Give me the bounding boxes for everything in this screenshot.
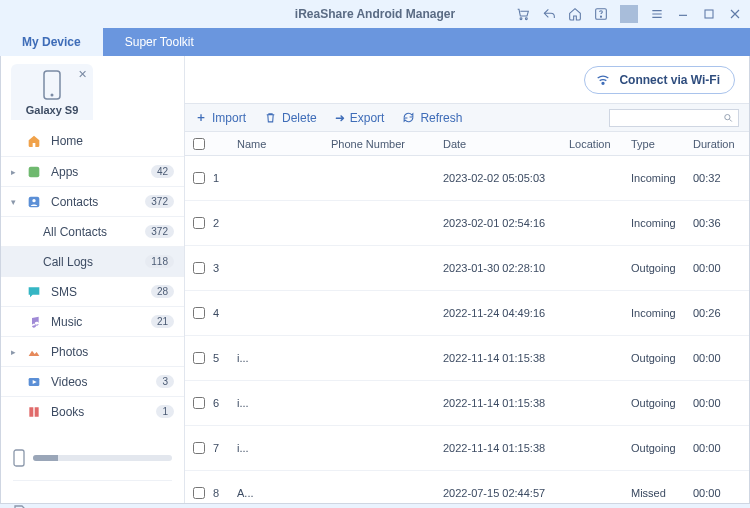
sidebar-item-music[interactable]: Music 21	[1, 306, 184, 336]
sidebar-item-label: Call Logs	[31, 255, 137, 269]
button-label: Delete	[282, 111, 317, 125]
minimize-icon[interactable]	[674, 5, 692, 23]
table-row[interactable]: 5i...2022-11-14 01:15:38Outgoing00:00	[185, 336, 749, 381]
row-checkbox[interactable]	[193, 172, 205, 184]
row-checkbox[interactable]	[193, 217, 205, 229]
search-box[interactable]	[609, 109, 739, 127]
close-icon[interactable]	[726, 5, 744, 23]
cell-type: Incoming	[631, 172, 693, 184]
button-label: Import	[212, 111, 246, 125]
table-body: 12023-02-02 05:05:03Incoming00:3222023-0…	[185, 156, 749, 503]
progress-fill	[33, 455, 58, 461]
books-icon	[25, 403, 43, 421]
col-duration[interactable]: Duration	[693, 138, 743, 150]
svg-rect-4	[705, 10, 713, 18]
sidebar-item-books[interactable]: Books 1	[1, 396, 184, 426]
help-icon[interactable]	[592, 5, 610, 23]
sidebar-item-videos[interactable]: Videos 3	[1, 366, 184, 396]
music-icon	[25, 313, 43, 331]
cell-type: Outgoing	[631, 397, 693, 409]
row-checkbox[interactable]	[193, 487, 205, 499]
row-index: 8	[213, 487, 231, 499]
device-chip[interactable]: ✕ Galaxy S9	[11, 64, 93, 120]
col-date[interactable]: Date	[443, 138, 569, 150]
svg-point-12	[602, 82, 604, 84]
tab-label: My Device	[22, 35, 81, 49]
tab-super-toolkit[interactable]: Super Toolkit	[103, 28, 216, 56]
svg-point-6	[51, 94, 54, 97]
svg-point-13	[725, 114, 730, 119]
sidebar-item-label: Apps	[51, 165, 143, 179]
col-type[interactable]: Type	[631, 138, 693, 150]
cell-date: 2022-11-14 01:15:38	[443, 352, 569, 364]
search-input[interactable]	[614, 112, 719, 124]
table-row[interactable]: 22023-02-01 02:54:16Incoming00:36	[185, 201, 749, 246]
arrow-right-icon: ➜	[335, 111, 345, 125]
import-button[interactable]: ＋ Import	[195, 109, 246, 126]
sidebar-item-contacts[interactable]: ▾ Contacts 372	[1, 186, 184, 216]
row-index: 1	[213, 172, 231, 184]
cell-name: i...	[231, 442, 331, 454]
cell-duration: 00:00	[693, 262, 743, 274]
menubar: My Device Super Toolkit	[0, 28, 750, 56]
back-icon[interactable]	[540, 5, 558, 23]
cell-date: 2023-02-01 02:54:16	[443, 217, 569, 229]
sidebar-item-label: Videos	[51, 375, 148, 389]
tab-my-device[interactable]: My Device	[0, 28, 103, 56]
menu-icon[interactable]	[648, 5, 666, 23]
maximize-icon[interactable]	[700, 5, 718, 23]
row-checkbox[interactable]	[193, 352, 205, 364]
col-location[interactable]: Location	[569, 138, 631, 150]
row-index: 6	[213, 397, 231, 409]
col-name[interactable]: Name	[231, 138, 331, 150]
row-index: 2	[213, 217, 231, 229]
refresh-button[interactable]: Refresh	[402, 111, 462, 125]
contacts-icon	[25, 193, 43, 211]
table-row[interactable]: 7i...2022-11-14 01:15:38Outgoing00:00	[185, 426, 749, 471]
connect-wifi-button[interactable]: Connect via Wi-Fi	[584, 66, 735, 94]
plus-icon: ＋	[195, 109, 207, 126]
videos-icon	[25, 373, 43, 391]
sidebar-item-sms[interactable]: SMS 28	[1, 276, 184, 306]
table-row[interactable]: 6i...2022-11-14 01:15:38Outgoing00:00	[185, 381, 749, 426]
cell-name: i...	[231, 397, 331, 409]
sd-icon	[13, 504, 27, 508]
table-row[interactable]: 12023-02-02 05:05:03Incoming00:32	[185, 156, 749, 201]
app-title: iReaShare Android Manager	[295, 7, 455, 21]
row-checkbox[interactable]	[193, 442, 205, 454]
row-checkbox[interactable]	[193, 307, 205, 319]
table-row[interactable]: 8A...2022-07-15 02:44:57Missed00:00	[185, 471, 749, 503]
sidebar-item-all-contacts[interactable]: All Contacts 372	[1, 216, 184, 246]
table-row[interactable]: 32023-01-30 02:28:10Outgoing00:00	[185, 246, 749, 291]
sidebar-item-photos[interactable]: ▸ Photos	[1, 336, 184, 366]
button-label: Refresh	[420, 111, 462, 125]
sidebar-item-label: Music	[51, 315, 143, 329]
cell-duration: 00:26	[693, 307, 743, 319]
select-all-checkbox[interactable]	[193, 138, 205, 150]
home-icon[interactable]	[566, 5, 584, 23]
storage-meters	[1, 426, 184, 508]
close-device-icon[interactable]: ✕	[78, 68, 87, 81]
cell-type: Outgoing	[631, 442, 693, 454]
titlebar: iReaShare Android Manager	[0, 0, 750, 28]
separator	[620, 5, 638, 23]
sidebar-item-home[interactable]: Home	[1, 126, 184, 156]
row-checkbox[interactable]	[193, 397, 205, 409]
wifi-label: Connect via Wi-Fi	[619, 73, 720, 87]
sidebar-item-call-logs[interactable]: Call Logs 118	[1, 246, 184, 276]
sidebar-item-label: Contacts	[51, 195, 137, 209]
wifi-icon	[595, 72, 611, 88]
table-row[interactable]: 42022-11-24 04:49:16Incoming00:26	[185, 291, 749, 336]
phone-icon	[42, 70, 62, 100]
delete-button[interactable]: Delete	[264, 111, 317, 125]
toolbar: ＋ Import Delete ➜ Export Refresh	[185, 104, 749, 132]
sidebar-item-apps[interactable]: ▸ Apps 42	[1, 156, 184, 186]
home-icon	[25, 132, 43, 150]
cart-icon[interactable]	[514, 5, 532, 23]
row-checkbox[interactable]	[193, 262, 205, 274]
cell-type: Incoming	[631, 307, 693, 319]
button-label: Export	[350, 111, 385, 125]
export-button[interactable]: ➜ Export	[335, 111, 385, 125]
col-phone[interactable]: Phone Number	[331, 138, 443, 150]
svg-rect-7	[29, 166, 40, 177]
